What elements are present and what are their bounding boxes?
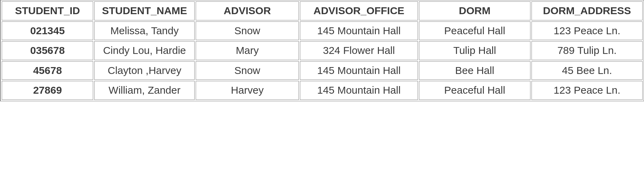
cell-advisor-office: 145 Mountain Hall: [300, 61, 418, 80]
cell-dorm-address: 789 Tulip Ln.: [531, 41, 643, 60]
table-row: 021345 Melissa, Tandy Snow 145 Mountain …: [2, 21, 643, 40]
cell-dorm: Bee Hall: [419, 61, 530, 80]
cell-student-id: 021345: [2, 21, 93, 40]
header-student-name: STUDENT_NAME: [94, 1, 195, 20]
cell-dorm-address: 123 Peace Ln.: [531, 81, 643, 100]
cell-student-name: Melissa, Tandy: [94, 21, 195, 40]
cell-dorm-address: 123 Peace Ln.: [531, 21, 643, 40]
cell-student-id: 035678: [2, 41, 93, 60]
header-dorm-address: DORM_ADDRESS: [531, 1, 643, 20]
cell-advisor-office: 145 Mountain Hall: [300, 21, 418, 40]
cell-student-name: William, Zander: [94, 81, 195, 100]
table-row: 27869 William, Zander Harvey 145 Mountai…: [2, 81, 643, 100]
header-advisor: ADVISOR: [196, 1, 299, 20]
table-header-row: STUDENT_ID STUDENT_NAME ADVISOR ADVISOR_…: [2, 1, 643, 20]
cell-student-name: Cindy Lou, Hardie: [94, 41, 195, 60]
table-row: 035678 Cindy Lou, Hardie Mary 324 Flower…: [2, 41, 643, 60]
cell-advisor: Snow: [196, 21, 299, 40]
cell-advisor-office: 145 Mountain Hall: [300, 81, 418, 100]
cell-advisor: Harvey: [196, 81, 299, 100]
cell-advisor-office: 324 Flower Hall: [300, 41, 418, 60]
cell-advisor: Mary: [196, 41, 299, 60]
cell-dorm: Peaceful Hall: [419, 21, 530, 40]
table-row: 45678 Clayton ,Harvey Snow 145 Mountain …: [2, 61, 643, 80]
header-dorm: DORM: [419, 1, 530, 20]
student-table: STUDENT_ID STUDENT_NAME ADVISOR ADVISOR_…: [0, 0, 644, 101]
cell-student-name: Clayton ,Harvey: [94, 61, 195, 80]
cell-student-id: 27869: [2, 81, 93, 100]
cell-dorm: Tulip Hall: [419, 41, 530, 60]
cell-advisor: Snow: [196, 61, 299, 80]
cell-dorm: Peaceful Hall: [419, 81, 530, 100]
header-student-id: STUDENT_ID: [2, 1, 93, 20]
cell-student-id: 45678: [2, 61, 93, 80]
header-advisor-office: ADVISOR_OFFICE: [300, 1, 418, 20]
cell-dorm-address: 45 Bee Ln.: [531, 61, 643, 80]
